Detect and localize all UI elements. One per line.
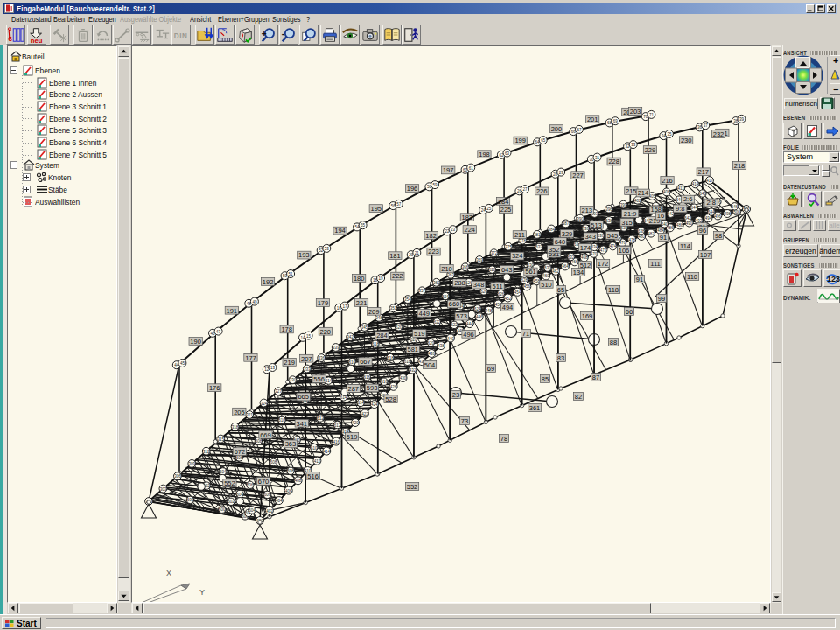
svg-text:327: 327 — [275, 389, 282, 394]
svg-text:172: 172 — [598, 260, 609, 268]
svg-text:474: 474 — [610, 244, 617, 248]
svg-text:618: 618 — [387, 356, 394, 360]
svg-text:660: 660 — [449, 300, 460, 308]
svg-text:67: 67 — [577, 128, 582, 132]
svg-text:354: 354 — [404, 298, 411, 302]
svg-text:21: 21 — [415, 251, 420, 256]
svg-text:399: 399 — [620, 203, 627, 207]
svg-text:638: 638 — [620, 226, 627, 230]
svg-text:288: 288 — [454, 279, 466, 287]
svg-text:396: 396 — [606, 207, 612, 212]
svg-text:604: 604 — [236, 493, 243, 497]
svg-text:329: 329 — [562, 230, 573, 238]
svg-text:604: 604 — [220, 470, 227, 474]
svg-text:23: 23 — [452, 391, 459, 399]
svg-text:96: 96 — [699, 227, 706, 234]
svg-text:670: 670 — [258, 478, 270, 486]
svg-text:19: 19 — [379, 276, 384, 281]
svg-text:360: 360 — [433, 281, 440, 285]
svg-text:612: 612 — [334, 424, 341, 428]
svg-text:333: 333 — [304, 368, 311, 372]
svg-text:642: 642 — [684, 216, 691, 220]
svg-text:573: 573 — [456, 312, 467, 320]
svg-text:616: 616 — [381, 380, 388, 384]
svg-text:406: 406 — [285, 489, 292, 494]
svg-text:646: 646 — [699, 192, 706, 196]
svg-text:23: 23 — [451, 228, 456, 232]
svg-text:DIN: DIN — [174, 32, 187, 39]
svg-text:640: 640 — [662, 222, 668, 227]
svg-text:454: 454 — [514, 290, 522, 295]
svg-text:446: 446 — [476, 315, 483, 319]
svg-text:632: 632 — [568, 256, 575, 260]
svg-text:106: 106 — [619, 247, 630, 255]
svg-text:134: 134 — [573, 269, 584, 276]
svg-text:31: 31 — [595, 156, 600, 160]
svg-text:366: 366 — [462, 265, 469, 270]
svg-text:226: 226 — [536, 187, 548, 195]
svg-text:309: 309 — [189, 462, 196, 466]
svg-text:200: 200 — [551, 125, 563, 133]
svg-text:351: 351 — [390, 306, 397, 311]
svg-text:227: 227 — [572, 172, 584, 179]
svg-text:+: + — [262, 28, 267, 38]
svg-text:416: 416 — [332, 440, 340, 444]
svg-text:626: 626 — [498, 292, 505, 297]
svg-text:65: 65 — [541, 138, 546, 143]
svg-text:63: 63 — [505, 151, 510, 156]
svg-text:444: 444 — [466, 322, 473, 326]
svg-text:324: 324 — [512, 252, 523, 260]
svg-text:372: 372 — [491, 251, 498, 256]
svg-text:220: 220 — [320, 328, 332, 336]
svg-text:192: 192 — [262, 278, 274, 286]
svg-text:224: 224 — [465, 226, 476, 234]
svg-text:71: 71 — [649, 113, 654, 117]
svg-text:17: 17 — [342, 304, 347, 309]
svg-text:205: 205 — [234, 409, 245, 416]
svg-text:51: 51 — [289, 272, 294, 276]
svg-text:593: 593 — [367, 384, 378, 392]
svg-text:21:9: 21:9 — [624, 210, 637, 218]
svg-text:665: 665 — [298, 393, 309, 401]
svg-text:422: 422 — [361, 412, 368, 416]
svg-text:71: 71 — [522, 330, 529, 338]
svg-text:348: 348 — [473, 281, 485, 289]
svg-text:622: 622 — [434, 320, 441, 325]
svg-text:13: 13 — [270, 366, 276, 370]
svg-text:470: 470 — [591, 252, 598, 256]
svg-text:424: 424 — [371, 402, 378, 407]
svg-text:61: 61 — [469, 166, 474, 171]
svg-text:462: 462 — [552, 270, 559, 274]
svg-text:636: 636 — [598, 234, 605, 238]
svg-text:82: 82 — [575, 393, 582, 401]
svg-text:616: 616 — [348, 360, 355, 365]
svg-text:66: 66 — [626, 308, 633, 316]
svg-text:464: 464 — [562, 264, 569, 269]
svg-text:197: 197 — [443, 166, 454, 174]
svg-text:87: 87 — [592, 374, 599, 382]
svg-text:369: 369 — [476, 258, 483, 262]
svg-text:440: 440 — [447, 337, 454, 341]
svg-text:638: 638 — [606, 219, 612, 223]
svg-text:174: 174 — [580, 244, 592, 252]
svg-text:614: 614 — [357, 401, 364, 405]
svg-text:53: 53 — [325, 247, 330, 251]
svg-text:181: 181 — [389, 252, 401, 260]
svg-text:59: 59 — [432, 183, 438, 187]
svg-text:83: 83 — [557, 354, 564, 362]
svg-text:608: 608 — [270, 460, 277, 465]
svg-text:618: 618 — [404, 360, 411, 364]
svg-text:33: 33 — [631, 143, 636, 147]
svg-text:49: 49 — [252, 300, 257, 304]
svg-text:411: 411 — [678, 186, 685, 191]
svg-text:402: 402 — [634, 199, 641, 203]
svg-text:504: 504 — [424, 361, 436, 369]
svg-text:15: 15 — [306, 334, 312, 339]
svg-text:408: 408 — [295, 479, 302, 483]
svg-text:27: 27 — [522, 187, 528, 192]
svg-text:85: 85 — [542, 375, 549, 383]
svg-text:378: 378 — [520, 239, 527, 243]
svg-text:2:8: 2:8 — [706, 199, 715, 206]
svg-text:638: 638 — [638, 229, 645, 234]
svg-text:190: 190 — [190, 338, 201, 346]
